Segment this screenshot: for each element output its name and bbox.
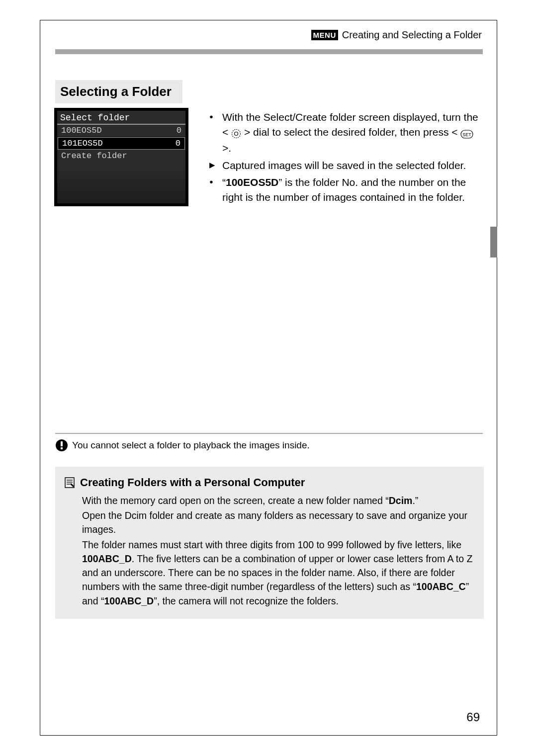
info-box-body: With the memory card open on the screen,…: [64, 494, 475, 608]
folder-name-example: 100ABC_D: [82, 553, 132, 564]
lcd-create-folder-row: Create folder: [57, 150, 185, 164]
svg-point-1: [235, 132, 238, 135]
quick-control-dial-icon: [231, 126, 241, 141]
lcd-folder-count: 0: [176, 139, 180, 148]
info-box: Creating Folders with a Personal Compute…: [55, 467, 484, 619]
lcd-folder-name: 101EOS5D: [62, 139, 103, 148]
section-title-block: Selecting a Folder: [55, 80, 182, 103]
lcd-empty-area: [57, 164, 185, 203]
svg-text:SET: SET: [463, 132, 472, 137]
lcd-inner: Select folder 100EOS5D 0 101EOS5D 0 Crea…: [57, 111, 185, 203]
info-paragraph: With the memory card open on the screen,…: [82, 494, 475, 507]
folder-name-dcim: Dcim: [389, 495, 413, 506]
info-box-title: Creating Folders with a Personal Compute…: [80, 475, 305, 491]
list-item: “100EOS5D” is the folder No. and the num…: [209, 175, 485, 205]
text-fragment: >.: [222, 142, 231, 154]
side-index-tab: [490, 227, 497, 257]
text-fragment: The folder names must start with three d…: [82, 539, 461, 550]
instruction-text: With the Select/Create folder screen dis…: [222, 110, 485, 156]
caution-text: You cannot select a folder to playback t…: [72, 440, 310, 451]
folder-name-example: 100EOS5D: [226, 176, 278, 188]
menu-badge-icon: MENU: [311, 30, 338, 40]
lcd-folder-row: 100EOS5D 0: [57, 125, 185, 137]
list-item: With the Select/Create folder screen dis…: [209, 110, 485, 156]
page-header: MENU Creating and Selecting a Folder: [311, 29, 482, 41]
breadcrumb: Creating and Selecting a Folder: [342, 29, 482, 41]
text-fragment: “: [222, 176, 226, 188]
text-fragment: . The five letters can be a combination …: [82, 553, 472, 592]
page-number: 69: [466, 710, 480, 724]
header-divider: [55, 49, 483, 54]
info-box-header: Creating Folders with a Personal Compute…: [64, 475, 475, 491]
set-button-icon: SET: [460, 126, 473, 141]
svg-point-0: [232, 129, 241, 138]
bullet-disc-icon: [209, 175, 222, 205]
manual-page: MENU Creating and Selecting a Folder Sel…: [40, 20, 497, 736]
bullet-triangle-icon: [209, 158, 222, 173]
note-icon: [64, 477, 75, 489]
bullet-disc-icon: [209, 110, 222, 156]
folder-name-example: 100ABC_D: [104, 595, 154, 606]
camera-lcd-screenshot: Select folder 100EOS5D 0 101EOS5D 0 Crea…: [54, 108, 188, 206]
lcd-folder-name: 100EOS5D: [61, 126, 102, 135]
caution-icon: [55, 439, 68, 452]
lcd-folder-row-selected: 101EOS5D 0: [58, 137, 185, 150]
list-item: Captured images will be saved in the sel…: [209, 158, 485, 173]
instruction-text: Captured images will be saved in the sel…: [222, 158, 485, 173]
text-fragment: .”: [412, 495, 418, 506]
instruction-text: “100EOS5D” is the folder No. and the num…: [222, 175, 485, 205]
folder-name-example: 100ABC_C: [416, 581, 466, 592]
lcd-menu-title: Select folder: [57, 111, 185, 125]
info-paragraph: Open the Dcim folder and create as many …: [82, 508, 475, 537]
svg-rect-6: [61, 447, 63, 449]
info-paragraph: The folder names must start with three d…: [82, 538, 475, 608]
text-fragment: ”, the camera will not recognize the fol…: [154, 595, 339, 606]
text-fragment: With the memory card open on the screen,…: [82, 495, 389, 506]
text-fragment: > dial to select the desired folder, the…: [244, 126, 458, 138]
section-title: Selecting a Folder: [60, 84, 172, 99]
lcd-folder-count: 0: [177, 126, 181, 135]
caution-note: You cannot select a folder to playback t…: [55, 433, 483, 452]
svg-rect-5: [61, 441, 63, 446]
instruction-list: With the Select/Create folder screen dis…: [209, 110, 485, 207]
